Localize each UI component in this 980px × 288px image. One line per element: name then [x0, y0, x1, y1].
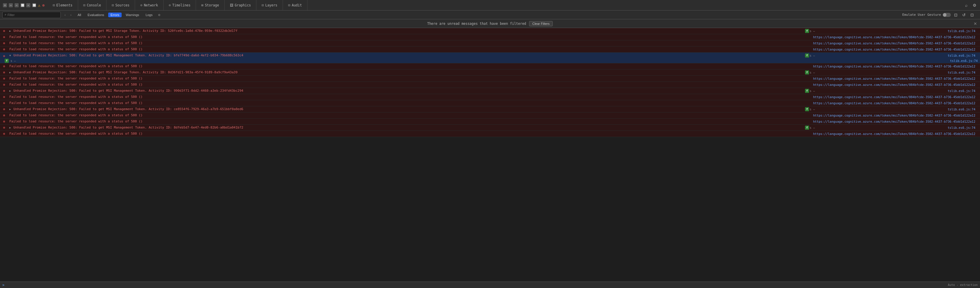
source-link-16[interactable]: https://language.cognitive.azure.com/tok… [811, 131, 978, 136]
console-row-4[interactable]: ⊗ ▼ Unhandled Promise Rejection: 500: Fa… [0, 53, 980, 63]
source-link-15[interactable]: tslib.es6.js:74 [945, 125, 978, 130]
source-link-9[interactable]: tslib.es6.js:74 [945, 88, 978, 93]
source-link-2[interactable]: https://language.cognitive.azure.com/tok… [811, 41, 978, 46]
s-text-4: s — [810, 54, 815, 57]
f-badge-0: f [805, 29, 809, 33]
source-link-12[interactable]: tslib.es6.js:74 [945, 107, 978, 112]
emulate-toggle-switch[interactable] [943, 13, 951, 17]
source-link-13[interactable]: https://language.cognitive.azure.com/tok… [811, 113, 978, 118]
filter-logs-button[interactable]: Logs [143, 13, 155, 17]
row-right-4: f s — tslib.es6.js:74 [805, 53, 980, 58]
emulate-label: Emulate User Gesture [902, 13, 941, 17]
s-text-sub-4: s — [11, 59, 16, 62]
console-row-5[interactable]: ⊗ Failed to load resource: the server re… [0, 63, 980, 69]
row-text-9: ▶ Unhandled Promise Rejection: 500: Fail… [10, 88, 243, 93]
tab-timelines[interactable]: ⊙ Timelines [164, 0, 196, 10]
source-link-10[interactable]: https://language.cognitive.azure.com/tok… [811, 94, 978, 99]
row-text-8: Failed to load resource: the server resp… [10, 82, 143, 87]
search-button[interactable]: ⌕ [963, 2, 969, 8]
row-error-icon-5: ⊗ [0, 63, 8, 69]
f-badge-sub-4: f [5, 59, 9, 63]
row-right-15: f s — tslib.es6.js:74 [805, 125, 980, 131]
source-link-11[interactable]: https://language.cognitive.azure.com/tok… [811, 101, 978, 106]
source-link-1[interactable]: https://language.cognitive.azure.com/tok… [811, 35, 978, 40]
filter-search-container: ⌕ [2, 12, 60, 18]
row-text-3: Failed to load resource: the server resp… [10, 47, 143, 52]
row-content-1: Failed to load resource: the server resp… [8, 34, 805, 40]
audit-icon: ⊡ [288, 3, 290, 7]
nav-prev-button[interactable]: ‹ [62, 12, 68, 18]
console-row-8[interactable]: ⊗ Failed to load resource: the server re… [0, 82, 980, 88]
source-link-7[interactable]: https://language.cognitive.azure.com/tok… [811, 76, 978, 81]
console-row-1[interactable]: ⊗ Failed to load resource: the server re… [0, 34, 980, 40]
row-right-6: f s — tslib.es6.js:74 [805, 69, 980, 75]
console-row-13[interactable]: ⊗ Failed to load resource: the server re… [0, 112, 980, 118]
status-text: Auto - extraction [948, 283, 978, 286]
filter-input[interactable] [8, 13, 59, 17]
tab-console-label: Console [87, 3, 101, 7]
source-link-4[interactable]: tslib.es6.js:74 [945, 53, 978, 58]
console-row-6[interactable]: ⊗ ▶ Unhandled Promise Rejection: 500: Fa… [0, 69, 980, 76]
tab-console[interactable]: ⊡ Console [78, 0, 107, 10]
row-text-12: ▶ Unhandled Promise Rejection: 500: Fail… [10, 107, 243, 112]
row-text-10: Failed to load resource: the server resp… [10, 94, 143, 99]
clear-filters-button[interactable]: Clear Filters [529, 21, 553, 26]
filter-all-button[interactable]: All [75, 13, 83, 17]
expand-icon-9: ▶ [10, 90, 11, 92]
row-error-icon-13: ⊗ [0, 112, 8, 118]
emulate-action-btn-1[interactable]: ⊡ [953, 12, 959, 18]
filter-errors-button[interactable]: Errors [108, 13, 122, 17]
tab-layers[interactable]: ⊡ Layers [256, 0, 283, 10]
row-right-9: f s — tslib.es6.js:74 [805, 88, 980, 94]
tab-network[interactable]: ⊙ Network [135, 0, 164, 10]
row-text-16: Failed to load resource: the server resp… [10, 131, 143, 136]
console-row-2[interactable]: ⊗ Failed to load resource: the server re… [0, 40, 980, 46]
console-row-0[interactable]: ⊗ ▶ Unhandled Promise Rejection: 500: Fa… [0, 28, 980, 34]
console-row-10[interactable]: ⊗ Failed to load resource: the server re… [0, 94, 980, 100]
source-link-14[interactable]: https://language.cognitive.azure.com/tok… [811, 119, 978, 124]
row-subrow-4: f s — tslib.es6.js:74 [0, 58, 980, 63]
tab-storage[interactable]: ⊞ Storage [196, 0, 224, 10]
row-content-13: Failed to load resource: the server resp… [8, 112, 805, 118]
console-row-11[interactable]: ⊗ Failed to load resource: the server re… [0, 100, 980, 106]
filter-evaluations-button[interactable]: Evaluations [85, 13, 107, 17]
console-row-16[interactable]: ⊗ Failed to load resource: the server re… [0, 131, 980, 137]
emulate-action-btn-2[interactable]: ↺ [961, 12, 967, 18]
row-error-icon-0: ⊗ [0, 28, 8, 34]
console-row-9[interactable]: ⊗ ▶ Unhandled Promise Rejection: 500: Fa… [0, 88, 980, 94]
console-row-7[interactable]: ⊗ Failed to load resource: the server re… [0, 76, 980, 82]
notification-bar: There are unread messages that have been… [0, 19, 980, 28]
emulate-action-btn-3[interactable]: ⊡ [969, 12, 975, 18]
source-link-5[interactable]: https://language.cognitive.azure.com/tok… [811, 64, 978, 69]
close-notification-button[interactable]: ✕ [974, 21, 977, 26]
tab-audit[interactable]: ⊡ Audit [283, 0, 307, 10]
row-text-0: ▶ Unhandled Promise Rejection: 500: Fail… [10, 29, 237, 33]
source-link-6[interactable]: tslib.es6.js:74 [945, 70, 978, 75]
console-row-14[interactable]: ⊗ Failed to load resource: the server re… [0, 118, 980, 125]
console-row-3[interactable]: ⊗ Failed to load resource: the server re… [0, 46, 980, 53]
sub-source-link-4[interactable]: tslib.es6.js:74 [948, 58, 980, 63]
console-row-12[interactable]: ⊗ ▶ Unhandled Promise Rejection: 500: Fa… [0, 106, 980, 112]
tab-network-label: Network [144, 3, 158, 7]
row-error-icon-16: ⊗ [0, 131, 8, 137]
filter-settings-icon[interactable]: ⚙ [157, 12, 162, 18]
filter-warnings-button[interactable]: Warnings [123, 13, 142, 17]
settings-button[interactable]: ⚙ [971, 2, 978, 8]
tab-graphics[interactable]: 🖼 Graphics [224, 0, 256, 10]
tab-sources[interactable]: ⊡ Sources [107, 0, 135, 10]
system-icons: ⊡ ▭ ▱ ⬜ ✛ ⬜ ⚠ ⊗ [0, 0, 48, 10]
bottom-prompt: > [2, 283, 5, 287]
console-content: ⊗ ▶ Unhandled Promise Rejection: 500: Fa… [0, 28, 980, 282]
source-link-8[interactable]: https://language.cognitive.azure.com/tok… [811, 82, 978, 87]
timelines-icon: ⊙ [169, 3, 171, 7]
nav-next-button[interactable]: › [68, 12, 73, 18]
s-text-15: s — [810, 126, 815, 130]
console-row-15[interactable]: ⊗ ▶ Unhandled Promise Rejection: 500: Fa… [0, 125, 980, 131]
row-content-9: ▶ Unhandled Promise Rejection: 500: Fail… [8, 88, 805, 94]
f-badge-15: f [805, 126, 809, 130]
f-badge-4: f [805, 53, 809, 58]
filter-bar: ⌕ ‹ › All Evaluations Errors Warnings Lo… [0, 11, 980, 19]
source-link-3[interactable]: https://language.cognitive.azure.com/tok… [811, 47, 978, 52]
tab-elements[interactable]: ⊡ Elements [48, 0, 78, 10]
source-link-0[interactable]: tslib.es6.js:74 [945, 29, 978, 33]
